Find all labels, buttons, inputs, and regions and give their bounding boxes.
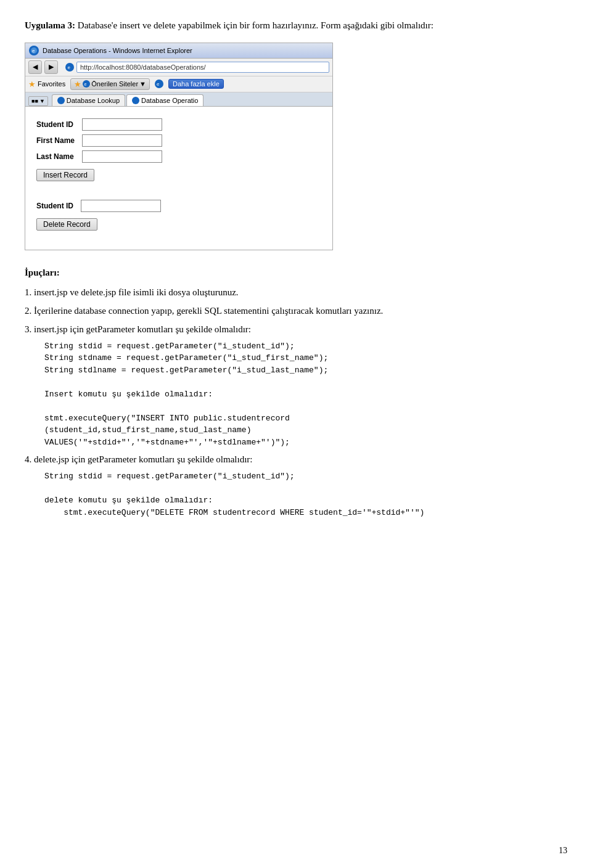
- svg-text:e: e: [32, 48, 35, 54]
- favorites-bar: ★ Favorites ★ e Önerilen Siteler ▼ e Dah…: [25, 76, 332, 92]
- dropdown-arrow: ▼: [139, 80, 146, 88]
- tab-label-2: Database Operatio: [141, 97, 198, 104]
- forward-button[interactable]: ▶: [44, 60, 58, 74]
- hint-text-3: insert.jsp için getParameter komutları ş…: [34, 324, 251, 334]
- tab-ie-icon-2: [132, 97, 139, 104]
- tab-ie-icon-1: [57, 97, 65, 104]
- insert-form: Student ID First Name Last Name Insert R…: [33, 117, 325, 183]
- table-row: First Name: [33, 133, 166, 149]
- page-title: Uygulama 3: Database'e insert ve delete …: [25, 18, 567, 33]
- svg-text:e: e: [84, 82, 87, 86]
- table-row: Student ID: [33, 198, 165, 214]
- first-name-label: First Name: [33, 133, 78, 149]
- browser-titlebar: e Database Operations - Windows Internet…: [25, 43, 332, 59]
- hints-title: İpuçları:: [25, 265, 567, 280]
- hint-item-2: 2. İçerilerine database connection yapıp…: [25, 303, 567, 318]
- hint-number-1: 1.: [25, 287, 31, 297]
- first-name-input[interactable]: [82, 134, 162, 147]
- onerilen-button[interactable]: ★ e Önerilen Siteler ▼: [70, 78, 150, 90]
- back-button[interactable]: ◀: [28, 60, 42, 74]
- insert-record-button[interactable]: Insert Record: [36, 169, 94, 181]
- student-id-del-input[interactable]: [81, 200, 161, 212]
- hint-number-2: 2.: [25, 306, 31, 316]
- student-id-label: Student ID: [33, 117, 78, 133]
- ie-fav-icon: e: [83, 80, 90, 88]
- tab-switcher[interactable]: ■■ ▼: [28, 96, 48, 106]
- insert-form-table: Student ID First Name Last Name Insert R…: [33, 117, 166, 183]
- hint-text-2: İçerilerine database connection yapıp, g…: [34, 306, 383, 316]
- last-name-input[interactable]: [82, 150, 162, 163]
- hint-code-4: String stdid = request.getParameter("i_s…: [44, 470, 567, 518]
- tab-bar: ■■ ▼ Database Lookup Database Operatio: [25, 92, 332, 107]
- star-icon-2: ★: [74, 80, 81, 89]
- browser-toolbar: ◀ ▶ e http://localhost:8080/databaseOper…: [25, 59, 332, 76]
- url-text: http://localhost:8080/databaseOperations…: [80, 63, 206, 71]
- browser-content: Student ID First Name Last Name Insert R…: [25, 107, 332, 250]
- ie-nav-icon: e: [65, 63, 74, 72]
- browser-title: Database Operations - Windows Internet E…: [43, 47, 192, 54]
- hint-item-4: 4. delete.jsp için getParameter komutlar…: [25, 452, 567, 518]
- star-icon: ★: [28, 80, 36, 89]
- tab-arrow: ▼: [39, 98, 45, 104]
- ie-title-icon: e: [29, 46, 39, 55]
- browser-window: e Database Operations - Windows Internet…: [25, 43, 333, 250]
- favorites-label: Favorites: [38, 80, 65, 88]
- section-divider: [33, 190, 325, 198]
- hint-number-4: 4.: [25, 454, 31, 464]
- tab-label-1: Database Lookup: [67, 97, 120, 104]
- address-bar[interactable]: http://localhost:8080/databaseOperations…: [76, 62, 329, 73]
- delete-form: Student ID Delete Record: [33, 198, 325, 232]
- svg-text:e: e: [68, 65, 71, 70]
- hint-item-1: 1. insert.jsp ve delete.jsp file isimli …: [25, 285, 567, 300]
- table-row: Last Name: [33, 149, 166, 165]
- table-row: Student ID: [33, 117, 166, 133]
- last-name-label: Last Name: [33, 149, 78, 165]
- onerilen-label: Önerilen Siteler: [91, 80, 138, 88]
- hints-section: İpuçları: 1. insert.jsp ve delete.jsp fi…: [25, 265, 567, 519]
- delete-form-table: Student ID Delete Record: [33, 198, 165, 232]
- ie-fav-icon2: e: [155, 80, 163, 88]
- daha-button[interactable]: Daha fazla ekle: [168, 79, 224, 89]
- table-row: Delete Record: [33, 214, 165, 232]
- hint-code-3: String stdid = request.getParameter("i_s…: [44, 340, 567, 449]
- hint-number-3: 3.: [25, 324, 31, 334]
- student-id-del-label: Student ID: [33, 198, 77, 214]
- student-id-input[interactable]: [82, 118, 162, 131]
- hint-text-4: delete.jsp için getParameter komutları ş…: [34, 454, 253, 464]
- delete-record-button[interactable]: Delete Record: [36, 218, 97, 231]
- tab-database-lookup[interactable]: Database Lookup: [52, 94, 125, 106]
- hint-item-3: 3. insert.jsp için getParameter komutlar…: [25, 322, 567, 449]
- svg-text:e: e: [157, 81, 160, 87]
- daha-label: Daha fazla ekle: [173, 80, 220, 88]
- tab-database-operations[interactable]: Database Operatio: [126, 94, 204, 106]
- table-row: Insert Record: [33, 165, 166, 183]
- hint-text-1: insert.jsp ve delete.jsp file isimli iki…: [34, 287, 239, 297]
- favorites-item[interactable]: ★ Favorites: [28, 80, 65, 89]
